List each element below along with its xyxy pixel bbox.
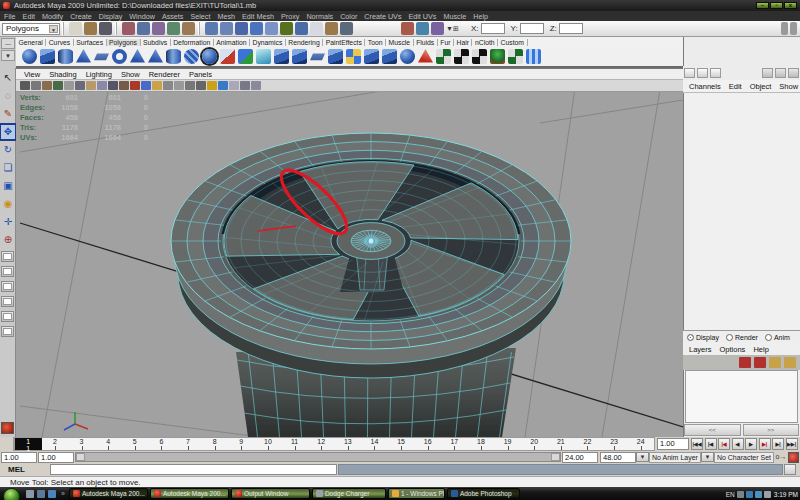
snap-to-curves-icon[interactable] [137, 22, 150, 35]
set-key-icon[interactable]: o→ [774, 452, 788, 462]
start-button[interactable] [3, 488, 20, 500]
range-handle-right[interactable] [551, 453, 560, 461]
go-to-start-button[interactable]: |◀◀ [691, 438, 703, 450]
panel-icon-two-panes[interactable] [75, 81, 85, 90]
paint-select-tool[interactable]: ✎ [1, 107, 15, 121]
shelf-tab-subdivs[interactable]: Subdivs [141, 39, 171, 46]
panel-menu-renderer[interactable]: Renderer [149, 70, 180, 79]
combine-icon[interactable] [274, 49, 289, 64]
taskbar-button-autodesk-maya-200-[interactable]: Autodesk Maya 200... [69, 488, 148, 499]
menu-modify[interactable]: Modify [42, 12, 63, 21]
frame-3[interactable]: 3 [68, 438, 95, 450]
panel-icon-image-plane[interactable] [64, 81, 74, 90]
shelf-tab-custom[interactable]: Custom [498, 39, 527, 46]
frame-24[interactable]: 24 [627, 438, 654, 450]
menu-color[interactable]: Color [340, 12, 357, 21]
shelf-tab-hair[interactable]: Hair [454, 39, 472, 46]
polygon-cube-icon[interactable] [40, 49, 55, 64]
frame-1[interactable]: 11 [15, 438, 42, 450]
shelf-tab-muscle[interactable]: Muscle [386, 39, 414, 46]
show-hide-ui-icon[interactable] [781, 22, 788, 35]
ipr-render-icon[interactable] [325, 22, 338, 35]
create-layer-from-selected-icon[interactable] [754, 357, 766, 368]
anim-layer-selector[interactable]: No Anim Layer [649, 452, 701, 463]
internet-explorer-icon[interactable] [48, 490, 56, 498]
channel-layer-tab-icon[interactable] [710, 68, 721, 78]
layout-persp-outliner-button[interactable] [1, 281, 14, 292]
manipulator-colors-icon[interactable] [762, 68, 773, 78]
render-settings-icon[interactable] [340, 22, 353, 35]
layer-menu-options[interactable]: Options [720, 345, 746, 354]
step-back-frame-button[interactable]: |◀ [705, 438, 717, 450]
viewport-canvas[interactable] [16, 92, 683, 437]
step-back-key-button[interactable]: |◀ [718, 438, 730, 450]
polygon-plane-icon[interactable] [94, 49, 109, 64]
last-tool-tool[interactable]: ⊕ [1, 233, 15, 247]
menu-window[interactable]: Window [129, 12, 155, 21]
move-layer-down-icon[interactable] [784, 357, 796, 368]
panel-icon-xray-mode[interactable] [229, 81, 239, 90]
channel-box-tab-icon[interactable] [684, 68, 695, 78]
shelf-tab-surfaces[interactable]: Surfaces [74, 39, 107, 46]
panel-icon-resolution-gate[interactable] [108, 81, 118, 90]
taskbar-button-adobe-photoshop[interactable]: Adobe Photoshop [447, 488, 520, 499]
shelf-tab-toon[interactable]: Toon [365, 39, 386, 46]
frame-19[interactable]: 19 [494, 438, 521, 450]
hypershade-icon[interactable] [416, 22, 429, 35]
panel-icon-film-gate[interactable] [97, 81, 107, 90]
channel-menu-edit[interactable]: Edit [729, 82, 742, 91]
menu-proxy[interactable]: Proxy [281, 12, 299, 21]
coord-field-y-[interactable] [520, 23, 544, 34]
panel-icon-lights-mode[interactable] [207, 81, 217, 90]
frame-5[interactable]: 5 [122, 438, 149, 450]
frame-2[interactable]: 2 [42, 438, 69, 450]
rotate-tool[interactable]: ↻ [1, 143, 15, 157]
polygon-sphere-icon[interactable] [22, 49, 37, 64]
paint-effects-tool-icon[interactable] [1, 422, 14, 434]
layer-list[interactable] [685, 370, 798, 423]
lasso-tool[interactable]: ◌ [1, 89, 15, 103]
snap-to-points-icon[interactable] [152, 22, 165, 35]
new-scene-icon[interactable] [69, 22, 82, 35]
panel-menu-shading[interactable]: Shading [49, 70, 77, 79]
snap-to-grids-icon[interactable] [122, 22, 135, 35]
animation-start-field[interactable]: 1.00 [1, 452, 37, 463]
playback-start-field[interactable]: 1.00 [38, 452, 74, 463]
quick-launch-chevron[interactable]: » [61, 490, 65, 497]
coord-field-x-[interactable] [481, 23, 505, 34]
panel-icon-safe-action[interactable] [141, 81, 151, 90]
close-button[interactable]: x [784, 2, 797, 9]
panel-icon-camera-attributes[interactable] [42, 81, 52, 90]
frame-14[interactable]: 14 [361, 438, 388, 450]
panel-icon-grid-toggle[interactable] [86, 81, 96, 90]
panel-icon-textured-mode[interactable] [196, 81, 206, 90]
menu-create[interactable]: Create [70, 12, 92, 21]
frame-8[interactable]: 8 [201, 438, 228, 450]
layer-radio-render[interactable] [726, 334, 733, 341]
shelf-tab-general[interactable]: General [16, 39, 46, 46]
shelf-tab-painteffects[interactable]: PaintEffects [323, 39, 365, 46]
panel-menu-view[interactable]: View [24, 70, 40, 79]
select-by-component-icon[interactable] [265, 22, 278, 35]
shelf-collapse-button[interactable]: — [1, 38, 15, 49]
character-set-selector[interactable]: No Character Set [714, 452, 774, 463]
shelf-tab-ncloth[interactable]: nCloth [472, 39, 498, 46]
speed-ramp-icon[interactable] [775, 68, 786, 78]
append-polygon-icon[interactable] [418, 49, 433, 64]
extrude-icon[interactable] [382, 49, 397, 64]
channel-box-area[interactable] [684, 93, 800, 330]
play-backwards-button[interactable]: ◀ [732, 438, 744, 450]
create-empty-layer-icon[interactable] [739, 357, 751, 368]
polygon-cylinder-icon[interactable] [58, 49, 73, 64]
layout-persp-uv-button[interactable] [1, 326, 14, 337]
taskbar-button-autodesk-maya-200-[interactable]: Autodesk Maya 200... [150, 488, 229, 499]
layer-menu-help[interactable]: Help [753, 345, 768, 354]
panel-icon-plugin-shapes[interactable] [240, 81, 250, 90]
coord-field-z-[interactable] [559, 23, 583, 34]
panel-icon-separator-end[interactable] [251, 81, 261, 90]
shelf-menu-button[interactable]: ▼ [1, 50, 15, 61]
panel-icon-bookmarks[interactable] [53, 81, 63, 90]
panel-icon-isolate-select[interactable] [218, 81, 228, 90]
taskbar-button-1-windows-photo-[interactable]: 1 - Windows Photo ... [388, 488, 445, 499]
frame-23[interactable]: 23 [601, 438, 628, 450]
